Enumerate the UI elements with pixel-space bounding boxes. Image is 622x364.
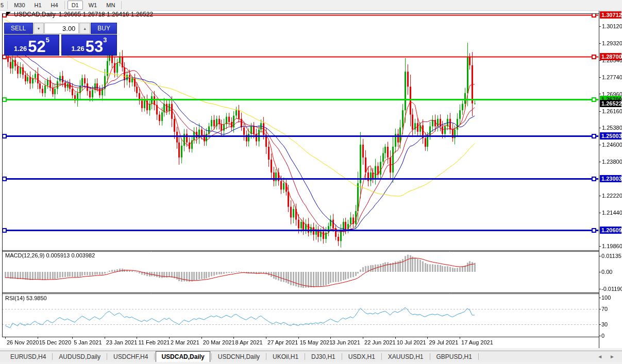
tab-separator [266,353,266,360]
rsi-scale-label: 70 [601,306,608,312]
volume-input[interactable] [44,23,79,34]
price-tick-label: 1.22220 [602,193,622,199]
macd-scale-label: 0.00 [601,269,612,275]
date-tick-label: 8 Apr 2021 [235,339,262,345]
date-tick-label: 15 May 2021 [300,339,333,345]
tab-separator [305,353,305,360]
chart-tab-audusd[interactable]: AUDUSD,Daily [54,351,106,362]
timeframe-button-h1[interactable]: H1 [30,0,46,10]
chart-tab-usdcnh[interactable]: USDCNH,Daily [213,351,265,362]
price-tick-label: 1.24600 [602,142,622,148]
price-tick-label: 1.26160 [602,108,622,114]
macd-scale-label: 0.01135 [601,253,621,259]
buy-button[interactable]: BUY [91,23,117,34]
date-tick-label: 27 Apr 2021 [267,339,298,345]
price-tick-label: 1.23800 [602,159,622,165]
price-level-badge: 1.20609 [600,227,621,234]
price-tick-label: 1.25380 [602,125,622,131]
price-tick-label: 1.29320 [602,40,622,46]
chart-tab-usdcad[interactable]: USDCAD,Daily [156,351,210,362]
rsi-scale-label: 30 [601,321,608,327]
price-tick-label: 1.30120 [602,23,622,29]
buy-price-big: 53 [86,40,103,54]
chart-tab-usdchf[interactable]: USDCHF,H4 [108,351,153,362]
toolbar-separator [121,1,122,9]
date-tick-label: 11 Feb 2021 [138,339,170,345]
buy-price-base: 1.26 [71,45,84,53]
date-tick-label: 2 Mar 2021 [171,339,199,345]
spin-up-icon: ▲ [83,27,87,30]
sell-button[interactable]: SELL [4,23,33,34]
tab-separator [478,353,479,360]
date-tick-label: 20 Mar 2021 [203,339,235,345]
chart-tab-eurusd[interactable]: EURUSD,H4 [5,351,51,362]
rsi-scale-label: 100 [601,294,611,301]
tab-separator [107,353,107,360]
sell-price-base: 1.26 [14,45,27,53]
date-tick-label: 10 Jul 2021 [397,339,426,345]
sell-price-big: 52 [28,40,45,54]
sell-price-sup: 5 [46,36,49,44]
toolbar-separator [7,1,8,9]
timeframe-button-mn[interactable]: MN [102,0,120,10]
macd-scale-label: -0.01190 [601,286,622,292]
buy-price-box[interactable]: 1.26 53 3 [61,34,117,56]
rsi-scale-label: 0 [601,333,604,339]
timeframe-button-5[interactable]: 5 [0,0,6,10]
tab-separator [430,353,430,360]
sell-price-box[interactable]: 1.26 52 5 [4,34,59,56]
date-tick-label: 15 Dec 2020 [39,339,71,345]
date-tick-label: 22 Jun 2021 [364,339,396,345]
date-tick-label: 17 Aug 2021 [461,339,493,345]
timeframe-button-h4[interactable]: H4 [46,0,63,10]
timeframe-button-d1[interactable]: D1 [68,1,83,10]
chart-tab-xauusd[interactable]: XAUUSD,H1 [383,351,429,362]
price-level-badge: 1.26522 [600,100,621,107]
date-tick-label: 3 Jun 2021 [332,339,360,345]
tab-scroll-right-icon[interactable]: ► [610,354,615,359]
date-tick-label: 23 Jan 2021 [106,339,138,345]
timeframe-button-m30[interactable]: M30 [9,0,29,10]
chart-tab-dj30[interactable]: DJ30,H1 [306,351,341,362]
price-tick-label: 1.21440 [602,210,622,216]
price-level-badge: 1.23003 [600,175,621,182]
price-level-badge: 1.28700 [600,53,621,60]
tab-separator [154,353,155,360]
tab-separator [342,353,342,360]
date-tick-label: 5 Jan 2021 [74,339,102,345]
spin-down-icon: ▼ [37,27,40,30]
tab-separator [381,353,382,360]
timeframe-button-w1[interactable]: W1 [84,0,102,10]
tab-separator [211,353,212,360]
price-tick-label: 1.27740 [602,74,622,80]
price-tick-label: 1.19860 [602,243,622,249]
toolbar-separator [64,1,65,9]
timeframe-toolbar: 5M30H1H4D1W1MN [0,0,622,11]
date-tick-label: 29 Jul 2021 [429,339,458,345]
volume-decrease-button[interactable]: ▼ [33,23,44,34]
chart-tab-ukoil[interactable]: UKOil,H1 [267,351,304,362]
tab-separator [52,353,53,360]
date-tick-label: 26 Nov 2020 [7,339,39,345]
chart-tab-bar: EURUSD,H4AUDUSD,DailyUSDCHF,H4USDCAD,Dai… [0,351,622,362]
buy-price-sup: 3 [103,36,107,44]
chart-tab-usdx[interactable]: USDX,H1 [343,351,380,362]
chart-tab-gbpusd[interactable]: GBPUSD,H1 [431,351,477,362]
price-level-badge: 1.30712 [600,11,621,19]
tab-scroll-left-icon[interactable]: ◄ [597,354,602,359]
price-level-badge: 1.25003 [600,132,621,140]
volume-increase-button[interactable]: ▲ [79,23,90,34]
